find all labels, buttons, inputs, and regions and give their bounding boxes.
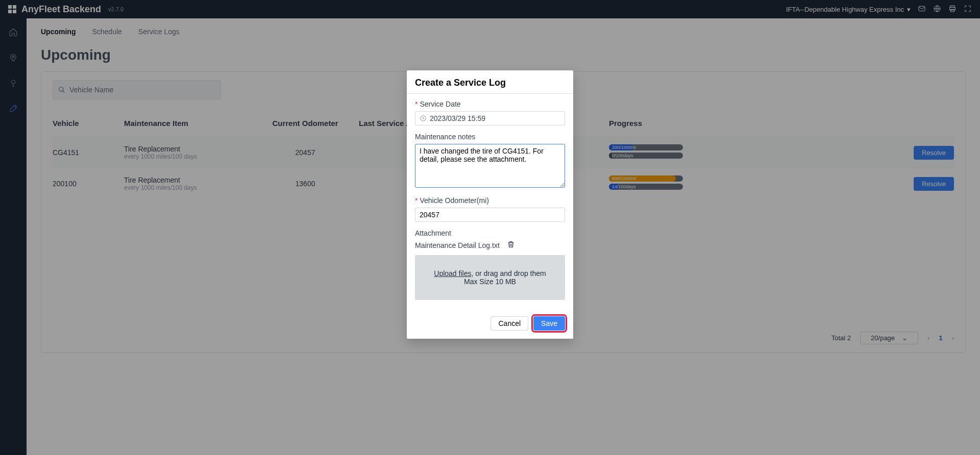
service-date-label: Service Date — [420, 100, 460, 108]
modal-overlay: Create a Service Log *Service Date 2023/… — [0, 0, 980, 455]
dropzone-sub: Max Size 10 MB — [421, 277, 559, 286]
delete-attachment-icon[interactable] — [507, 240, 515, 250]
modal-title: Create a Service Log — [407, 70, 573, 94]
attachment-label: Attachment — [415, 229, 565, 237]
odometer-label: Vehicle Odometer(mi) — [420, 196, 488, 205]
attachment-filename: Maintenance Detail Log.txt — [415, 241, 500, 249]
maintenance-notes-input[interactable] — [415, 144, 565, 188]
clock-icon — [420, 115, 427, 122]
vehicle-odometer-input[interactable] — [415, 208, 565, 222]
notes-label: Maintenance notes — [415, 133, 565, 141]
service-date-input[interactable]: 2023/03/29 15:59 — [415, 111, 565, 125]
cancel-button[interactable]: Cancel — [491, 316, 528, 331]
upload-files-link[interactable]: Upload files — [434, 269, 471, 277]
create-service-log-modal: Create a Service Log *Service Date 2023/… — [407, 70, 573, 339]
save-button[interactable]: Save — [533, 316, 565, 331]
upload-dropzone[interactable]: Upload files, or drag and drop them Max … — [415, 255, 565, 300]
